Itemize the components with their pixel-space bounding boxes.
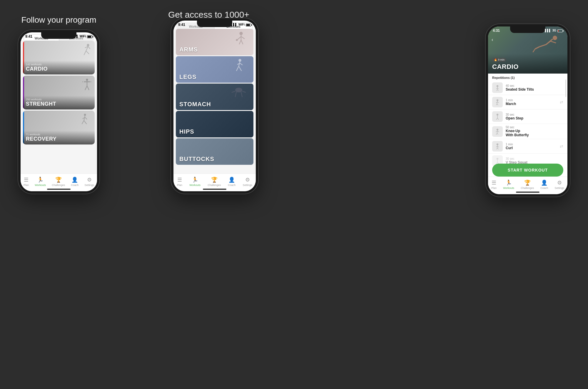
- exercise-row-2: 1 min March ⇄: [488, 95, 567, 109]
- phone3-tab-coach[interactable]: 👤 Coach: [540, 179, 548, 189]
- tab-coach[interactable]: 👤 Coach: [71, 177, 78, 187]
- stomach-title: STOMACH: [176, 99, 253, 110]
- recovery-count: 71 workouts: [26, 133, 92, 136]
- phone2-status-icons: ▌▌▌ WiFi: [231, 23, 251, 26]
- repetitions-label: Repetitions (1): [488, 74, 567, 81]
- wifi-icon: WiFi: [80, 35, 86, 38]
- phone1-time: 9:41: [25, 34, 32, 39]
- cardio-title: CARDIO: [26, 66, 92, 72]
- svg-line-42: [546, 41, 551, 44]
- exercise-name-2: March: [506, 102, 557, 106]
- phone2-tab-coach-label: Coach: [228, 184, 235, 187]
- exercise-name-1: Seated Side Tilts: [506, 87, 563, 92]
- svg-point-50: [497, 99, 498, 101]
- svg-line-29: [239, 66, 242, 71]
- exercise-duration-4: 50 sec: [506, 126, 563, 129]
- tab-settings[interactable]: ⚙ Settings: [84, 177, 94, 187]
- svg-point-26: [238, 59, 241, 62]
- phone2-wifi-icon: WiFi: [238, 23, 245, 26]
- tab-settings-label: Settings: [84, 184, 94, 187]
- phone3-tab-plan[interactable]: ☰ Plan: [491, 179, 497, 189]
- phone3-header: 4:31 ▌▌▌ 3G ‹ 🔥 9 min CARDIO: [488, 26, 567, 74]
- svg-point-37: [553, 36, 557, 40]
- phone2-tab-plan[interactable]: ☰ Plan: [177, 177, 182, 187]
- svg-line-35: [235, 92, 236, 97]
- legs-card[interactable]: LEGS: [176, 56, 253, 83]
- phone3-home-indicator: [516, 192, 539, 193]
- arms-title: ARMS: [176, 44, 253, 55]
- phone3-plan-icon: ☰: [492, 179, 496, 186]
- strength-card[interactable]: 250 workouts STRENGHT: [23, 76, 95, 109]
- workouts-icon: 🏃: [37, 177, 44, 183]
- legs-figure: [227, 58, 250, 72]
- svg-line-62: [496, 133, 497, 134]
- svg-line-63: [497, 133, 498, 134]
- buttocks-card[interactable]: BUTTOCKS: [176, 138, 253, 165]
- tab-challenges-label: Challenges: [52, 184, 65, 187]
- phone2-tab-workouts[interactable]: 🏃 Workouts: [189, 177, 201, 187]
- svg-point-13: [84, 114, 86, 116]
- svg-line-61: [497, 130, 497, 133]
- cardio-card[interactable]: 142 workouts CARDIO: [23, 41, 95, 74]
- recovery-card[interactable]: 71 workouts RECOVERY: [23, 111, 95, 144]
- tab-challenges[interactable]: 🏆 Challenges: [52, 177, 65, 187]
- exercise-name-4: Knee-Up With Butterfly: [506, 129, 563, 137]
- phone2-tab-challenges[interactable]: 🏆 Challenges: [208, 177, 221, 187]
- phone2-tab-settings[interactable]: ⚙ Settings: [243, 177, 252, 187]
- svg-point-56: [497, 114, 498, 115]
- phone1-home-indicator: [47, 189, 71, 190]
- svg-line-31: [240, 63, 243, 65]
- svg-line-58: [496, 118, 497, 120]
- phone3-tab-coach-label: Coach: [540, 187, 548, 189]
- phone2-tab-coach[interactable]: 👤 Coach: [228, 177, 235, 187]
- svg-line-53: [497, 104, 498, 105]
- exercise-info-1: 40 sec Seated Side Tilts: [506, 84, 563, 92]
- phone2-tab-challenges-label: Challenges: [208, 184, 221, 187]
- phone3-workout-title: CARDIO: [492, 63, 563, 71]
- phone3-tab-settings[interactable]: ⚙ Settings: [554, 179, 564, 189]
- plan-icon: ☰: [24, 177, 29, 183]
- phone3-time: 4:31: [493, 29, 500, 33]
- heading-follow-program: Follow your program: [18, 15, 100, 25]
- exercise-row-5: 1 min Curl ⇄: [488, 139, 567, 154]
- exercise-swap-5[interactable]: ⇄: [560, 144, 563, 149]
- tab-coach-label: Coach: [71, 184, 78, 187]
- arms-card[interactable]: ARMS: [176, 29, 253, 55]
- phone3-tab-workouts[interactable]: 🏃 Workouts: [503, 179, 514, 189]
- start-workout-label: START WORKOUT: [508, 168, 548, 172]
- phone1-notch: [41, 32, 76, 39]
- phone3-tab-challenges[interactable]: 🏆 Challenges: [521, 179, 534, 189]
- phone2-time: 9:41: [178, 23, 185, 27]
- coach-icon: 👤: [71, 177, 78, 183]
- cardio-overlay: 142 workouts CARDIO: [23, 61, 95, 74]
- buttocks-title: BUTTOCKS: [176, 153, 253, 165]
- back-button[interactable]: ‹: [492, 37, 493, 42]
- phone3-content: Repetitions (1) 40 sec Seated Side Til: [488, 74, 567, 177]
- svg-point-0: [87, 44, 89, 46]
- svg-point-44: [497, 85, 498, 87]
- exercise-duration-3: 30 sec: [506, 113, 563, 116]
- svg-line-36: [241, 92, 242, 97]
- svg-line-41: [533, 49, 535, 52]
- start-workout-button[interactable]: START WORKOUT: [492, 164, 563, 177]
- svg-line-21: [238, 36, 241, 39]
- phone3-coach-icon: 👤: [541, 179, 547, 186]
- phone3-tab-challenges-label: Challenges: [521, 187, 534, 189]
- flame-icon: 🔥: [494, 58, 497, 61]
- exercise-duration-5: 1 min: [506, 143, 557, 146]
- tab-workouts[interactable]: 🏃 Workouts: [35, 177, 46, 187]
- exercise-swap-2[interactable]: ⇄: [560, 100, 563, 104]
- scrollbar[interactable]: [565, 79, 566, 97]
- exercise-info-2: 1 min March: [506, 99, 557, 106]
- phone3-signal-icon: ▌▌▌: [545, 29, 551, 32]
- exercise-name-5: Curl: [506, 146, 557, 150]
- runner-figure: [73, 42, 93, 60]
- phone3-network-icon: 3G: [552, 29, 556, 32]
- stomach-card[interactable]: STOMACH: [176, 84, 253, 110]
- phone-1: 9:41 ▌▌▌ WiFi Workouts Exercises: [18, 29, 100, 194]
- exercise-thumb-4: [492, 126, 503, 137]
- battery-icon: [87, 35, 92, 38]
- hips-card[interactable]: HIPS: [176, 111, 253, 137]
- tab-plan[interactable]: ☰ Plan: [24, 177, 29, 187]
- svg-line-12: [87, 86, 89, 90]
